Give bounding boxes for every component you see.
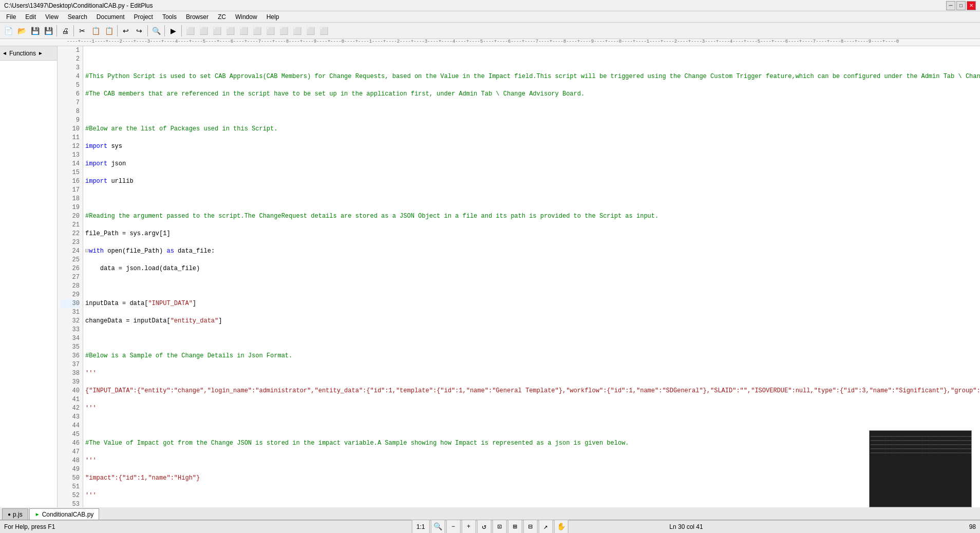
cut-button[interactable]: ✂ (76, 25, 88, 37)
menu-help[interactable]: Help (262, 12, 284, 22)
save-all-button[interactable]: 💾 (42, 25, 54, 37)
find-button[interactable]: 🔍 (150, 25, 162, 37)
tool1[interactable]: ⬜ (184, 25, 196, 37)
hand-btn[interactable]: ✋ (554, 520, 568, 534)
statusbar-position: Ln 30 col 41 (669, 523, 703, 530)
line-num-18: 18 (61, 195, 80, 203)
sep4 (147, 25, 148, 36)
line-num-33: 33 (61, 326, 80, 334)
tool7[interactable]: ⬜ (264, 25, 276, 37)
code-line-1 (85, 55, 980, 64)
line-num-38: 38 (61, 369, 80, 378)
tool3[interactable]: ⬜ (211, 25, 223, 37)
maximize-button[interactable]: □ (956, 1, 966, 10)
refresh-btn[interactable]: ↺ (477, 520, 491, 534)
code-line-15: inputData = data["INPUT_DATA"] (85, 299, 980, 308)
code-line-2: #This Python Script is used to set CAB A… (85, 72, 980, 81)
menu-window[interactable]: Window (231, 12, 261, 22)
code-line-22 (85, 422, 980, 430)
line-num-39: 39 (61, 378, 80, 387)
line-num-15: 15 (61, 168, 80, 177)
line-num-27: 27 (61, 273, 80, 282)
functions-left-arrow[interactable]: ◄ (2, 50, 7, 56)
menu-browser[interactable]: Browser (182, 12, 213, 22)
code-line-6: import sys (85, 142, 980, 151)
line-num-13: 13 (61, 151, 80, 160)
menu-file[interactable]: File (2, 12, 20, 22)
tool10[interactable]: ⬜ (304, 25, 316, 37)
tab-conditionalcab[interactable]: ► ConditionalCAB.py (29, 508, 100, 520)
tabbar: ● p.js ► ConditionalCAB.py (0, 507, 980, 520)
zoom-in-btn[interactable]: + (461, 520, 476, 534)
redo-button[interactable]: ↪ (133, 25, 145, 37)
code-line-12: ⊟with open(file_Path) as data_file: (85, 247, 980, 256)
menu-project[interactable]: Project (130, 12, 157, 22)
tab-pjs[interactable]: ● p.js (2, 508, 28, 520)
view-btn3[interactable]: ⊟ (523, 520, 537, 534)
minimize-button[interactable]: ─ (946, 1, 955, 10)
line-num-4: 4 (61, 72, 80, 81)
menu-search[interactable]: Search (64, 12, 91, 22)
code-line-16: changeData = inputData["entity_data"] (85, 317, 980, 326)
tool6[interactable]: ⬜ (251, 25, 263, 37)
line-num-1: 1 (61, 46, 80, 55)
sep6 (181, 25, 182, 36)
view-btn1[interactable]: ⊡ (492, 520, 506, 534)
expand-btn[interactable]: ↗ (538, 520, 553, 534)
copy-button[interactable]: 📋 (89, 25, 102, 37)
line-num-53: 53 (61, 500, 80, 507)
line-num-11: 11 (61, 134, 80, 142)
titlebar-title: C:\Users\13497\Desktop\ConditionalCAB.py… (4, 2, 153, 9)
tool4[interactable]: ⬜ (224, 25, 236, 37)
menubar: File Edit View Search Document Project T… (0, 11, 980, 23)
tab-pjs-icon: ● (8, 511, 11, 517)
functions-right-arrow[interactable]: ► (38, 50, 43, 56)
save-button[interactable]: 💾 (29, 25, 41, 37)
titlebar: C:\Users\13497\Desktop\ConditionalCAB.py… (0, 0, 980, 11)
line-num-44: 44 (61, 422, 80, 430)
menu-view[interactable]: View (41, 12, 63, 22)
menu-document[interactable]: Document (92, 12, 129, 22)
open-button[interactable]: 📂 (15, 25, 28, 37)
main-layout: ◄ Functions ► 1 2 3 4 5 6 7 8 9 10 11 12… (0, 46, 980, 507)
code-line-21: ''' (85, 404, 980, 413)
functions-header: ◄ Functions ► (0, 46, 57, 61)
menu-edit[interactable]: Edit (21, 12, 40, 22)
tab-pjs-label: p.js (13, 511, 23, 518)
code-content[interactable]: #This Python Script is used to set CAB A… (83, 46, 980, 507)
line-num-28: 28 (61, 282, 80, 291)
line-num-22: 22 (61, 230, 80, 238)
tool5[interactable]: ⬜ (237, 25, 250, 37)
line-num-2: 2 (61, 55, 80, 64)
code-line-8: import urllib (85, 177, 980, 186)
view-btn2[interactable]: ⊞ (507, 520, 522, 534)
tool2[interactable]: ⬜ (197, 25, 210, 37)
tool11[interactable]: ⬜ (317, 25, 330, 37)
code-line-9 (85, 195, 980, 203)
toolbar: 📄 📂 💾 💾 🖨 ✂ 📋 📋 ↩ ↪ 🔍 ▶ ⬜ ⬜ ⬜ ⬜ ⬜ ⬜ ⬜ ⬜ … (0, 23, 980, 39)
code-line-7: import json (85, 160, 980, 168)
code-line-11: file_Path = sys.argv[1] (85, 230, 980, 238)
tool9[interactable]: ⬜ (291, 25, 303, 37)
code-line-25: "impact":{"id":1,"name":"High"} (85, 474, 980, 483)
functions-panel: ◄ Functions ► (0, 46, 58, 507)
tool8[interactable]: ⬜ (277, 25, 290, 37)
code-line-10: #Reading the argument passed to the scri… (85, 212, 980, 221)
line-num-32: 32 (61, 317, 80, 326)
zoom-out-btn2[interactable]: − (446, 520, 460, 534)
zoom-out-btn[interactable]: 🔍 (430, 520, 445, 534)
close-button[interactable]: ✕ (967, 1, 976, 10)
line-num-8: 8 (61, 107, 80, 116)
paste-button[interactable]: 📋 (103, 25, 115, 37)
menu-tools[interactable]: Tools (158, 12, 181, 22)
statusbar-right: 98 (969, 523, 976, 530)
menu-zc[interactable]: ZC (214, 12, 230, 22)
run-button[interactable]: ▶ (167, 25, 179, 37)
zoom-level: 1:1 (412, 520, 430, 534)
line-num-17: 17 (61, 186, 80, 195)
code-area[interactable]: 1 2 3 4 5 6 7 8 9 10 11 12 13 14 15 16 1… (58, 46, 980, 507)
undo-button[interactable]: ↩ (120, 25, 132, 37)
new-button[interactable]: 📄 (2, 25, 14, 37)
line-num-50: 50 (61, 474, 80, 483)
print-button[interactable]: 🖨 (59, 25, 71, 37)
